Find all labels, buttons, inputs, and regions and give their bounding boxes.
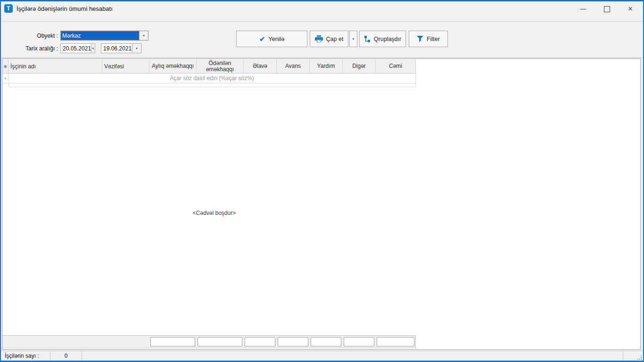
- chevron-down-icon: ▼: [142, 34, 145, 37]
- window-controls: ×: [571, 2, 642, 16]
- print-dropdown-button[interactable]: ▼: [349, 31, 357, 47]
- date-from-dropdown-button[interactable]: ▼: [91, 44, 95, 53]
- data-grid: ∗ İşçinin adı Vəzifəsi Aylıq əməkhaqqı Ö…: [2, 58, 641, 350]
- app-window: T İşçilərə ödənişlərin ümumi hesabatı × …: [0, 0, 644, 362]
- column-header-vezifesi[interactable]: Vəzifəsi: [102, 59, 149, 74]
- titlebar: T İşçilərə ödənişlərin ümumi hesabatı ×: [1, 1, 643, 20]
- statusbar-right-panel: [623, 351, 643, 361]
- app-logo-icon: T: [4, 4, 13, 13]
- filter-row-edit-strip[interactable]: [8, 83, 416, 87]
- column-header-odenilen-emekhaqqi[interactable]: Ödənilən əməkhaqqı: [197, 59, 244, 74]
- window-title: İşçilərə ödənişlərin ümumi hesabatı: [17, 5, 113, 12]
- summary-cell-avans: [278, 337, 308, 346]
- chevron-down-icon: ▼: [92, 47, 95, 50]
- date-to-value[interactable]: 19.06.2021: [101, 44, 132, 53]
- printer-icon: [315, 35, 323, 42]
- maximize-icon: [604, 6, 610, 12]
- filter-row-marker-icon: ♀: [3, 75, 7, 81]
- statusbar-separator: [82, 351, 82, 361]
- date-range-label: Tarix aralığı :: [8, 45, 58, 52]
- close-icon: ×: [628, 5, 632, 13]
- print-button[interactable]: Çap et: [310, 31, 348, 47]
- resize-grip[interactable]: [636, 354, 642, 360]
- summary-cell-odenilen: [198, 337, 242, 346]
- obyekt-dropdown-button[interactable]: ▼: [139, 31, 148, 40]
- obyekt-combobox[interactable]: Mərkəz ▼: [60, 31, 149, 41]
- filter-funnel-icon: [417, 36, 423, 42]
- maximize-button[interactable]: [595, 2, 619, 16]
- group-tree-icon: [364, 36, 371, 42]
- summary-cell-diger: [344, 337, 374, 346]
- employee-count-value: 0: [50, 353, 82, 359]
- refresh-button-label: Yenilə: [268, 36, 284, 42]
- date-to-field[interactable]: 19.06.2021 ▼: [101, 43, 141, 53]
- grid-filter-row: ♀ Açar söz daxil edin (%açar söz%): [2, 74, 416, 83]
- summary-cell-elave: [245, 337, 275, 346]
- column-header-ayliq-emekhaqqi[interactable]: Aylıq əməkhaqqı: [149, 59, 197, 74]
- minimize-button[interactable]: [571, 2, 595, 16]
- minimize-icon: [580, 9, 586, 9]
- date-from-field[interactable]: 20.05.2021 ▼: [60, 43, 95, 53]
- filter-button-label: Filter: [427, 36, 440, 42]
- column-header-elave[interactable]: Əlavə: [244, 59, 277, 74]
- filter-row-indicator-cell: ♀: [2, 74, 8, 83]
- summary-cell-ayliq: [150, 337, 195, 346]
- date-to-dropdown-button[interactable]: ▼: [132, 44, 141, 53]
- group-button-label: Qruplaşdır: [374, 36, 401, 42]
- summary-cell-cemi: [377, 337, 414, 346]
- group-button[interactable]: Qruplaşdır: [359, 31, 406, 47]
- column-header-diger[interactable]: Digər: [343, 59, 376, 74]
- column-header-yardim[interactable]: Yardım: [310, 59, 343, 74]
- keyword-filter-input[interactable]: Açar söz daxil edin (%açar söz%): [8, 74, 416, 83]
- print-button-label: Çap et: [326, 36, 344, 42]
- grid-empty-message: <Cədvəl boşdur>: [2, 210, 416, 216]
- obyekt-label: Obyekt :: [8, 33, 58, 39]
- employee-count-label: İşçilərin sayı :: [1, 353, 50, 359]
- close-button[interactable]: ×: [619, 2, 642, 16]
- chevron-down-icon: ▼: [135, 47, 138, 50]
- column-header-cemi[interactable]: Cəmi: [376, 59, 416, 74]
- grid-summary-footer: [2, 335, 416, 348]
- refresh-button[interactable]: ✔ Yenilə: [236, 31, 307, 47]
- date-from-value[interactable]: 20.05.2021: [61, 44, 91, 53]
- chevron-down-icon: ▼: [352, 38, 355, 41]
- column-header-iscinin-adi[interactable]: İşçinin adı: [8, 59, 102, 74]
- grid-header-row: ∗ İşçinin adı Vəzifəsi Aylıq əməkhaqqı Ö…: [2, 59, 416, 74]
- titlebar-separator: [1, 21, 643, 22]
- obyekt-selected-value[interactable]: Mərkəz: [61, 31, 139, 40]
- status-bar: İşçilərin sayı : 0: [1, 351, 643, 361]
- summary-cell-yardim: [311, 337, 341, 346]
- indicator-header-cell: ∗: [2, 59, 8, 74]
- check-icon: ✔: [259, 35, 265, 42]
- asterisk-icon: ∗: [3, 63, 8, 70]
- column-header-avans[interactable]: Avans: [277, 59, 310, 74]
- panel-separator: [1, 58, 643, 58]
- filter-button[interactable]: Filter: [409, 31, 448, 47]
